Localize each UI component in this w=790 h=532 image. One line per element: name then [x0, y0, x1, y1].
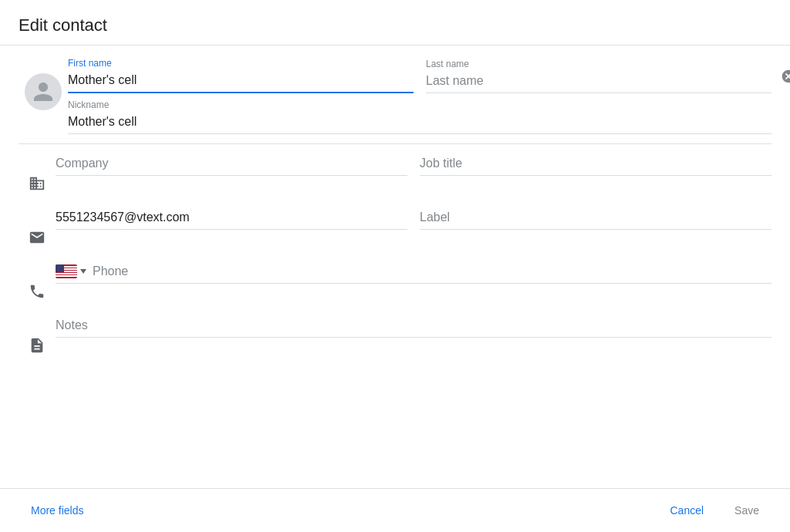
phone-input[interactable]	[93, 261, 771, 281]
email-icon-container	[19, 207, 56, 246]
company-icon-container	[19, 153, 56, 192]
phone-row	[19, 261, 771, 300]
job-title-underline	[420, 153, 771, 176]
first-name-underline	[68, 70, 414, 93]
phone-icon-container	[19, 261, 56, 300]
notes-icon-container	[19, 315, 56, 354]
avatar	[25, 73, 62, 110]
spacer-2	[19, 252, 771, 261]
cancel-button[interactable]: Cancel	[657, 498, 716, 523]
last-name-group: Last name	[426, 59, 771, 93]
email-row	[19, 207, 771, 246]
last-name-input[interactable]	[426, 71, 771, 91]
nickname-underline	[68, 112, 771, 134]
email-label-underline	[420, 207, 771, 230]
person-icon	[32, 80, 55, 103]
company-icon	[29, 175, 46, 192]
save-button[interactable]: Save	[722, 498, 771, 523]
name-fields: First name Last name	[68, 58, 771, 140]
phone-row-inner	[56, 261, 771, 281]
us-flag	[56, 264, 77, 278]
email-label-group	[420, 207, 771, 230]
footer-right: Cancel Save	[657, 498, 771, 523]
spacer-1	[19, 198, 771, 207]
last-name-label: Last name	[426, 59, 771, 69]
job-title-input[interactable]	[420, 153, 771, 173]
email-label-input[interactable]	[420, 207, 771, 227]
clear-button[interactable]	[781, 69, 790, 84]
phone-field-container	[56, 261, 771, 284]
notes-row	[19, 315, 771, 354]
notes-input[interactable]	[56, 315, 771, 335]
email-fields	[56, 207, 771, 230]
edit-contact-dialog: Edit contact First name	[0, 0, 790, 532]
name-top-row: First name Last name	[68, 58, 771, 93]
email-underline	[56, 207, 407, 230]
dialog-header: Edit contact	[0, 0, 790, 45]
notes-underline	[56, 315, 771, 338]
nickname-input[interactable]	[68, 112, 771, 132]
country-selector[interactable]	[56, 264, 86, 278]
job-title-group	[420, 153, 771, 176]
dialog-body: First name Last name	[0, 45, 790, 488]
company-row	[19, 153, 771, 192]
company-underline	[56, 153, 407, 176]
chevron-down-icon	[80, 269, 86, 274]
spacer-3	[19, 306, 771, 315]
phone-icon	[29, 283, 46, 300]
name-section: First name Last name	[19, 58, 771, 140]
email-group	[56, 207, 407, 230]
dialog-title: Edit contact	[19, 15, 771, 35]
more-fields-button[interactable]: More fields	[19, 498, 96, 523]
divider-1	[19, 143, 771, 144]
nickname-section: Nickname	[68, 99, 771, 140]
first-name-label: First name	[68, 58, 414, 69]
phone-underline	[56, 261, 771, 284]
company-fields	[56, 153, 771, 176]
clear-icon	[781, 69, 790, 84]
avatar-container	[19, 58, 68, 110]
last-name-underline	[426, 71, 771, 93]
first-name-group: First name	[68, 58, 414, 93]
email-input[interactable]	[56, 207, 407, 227]
notes-icon	[29, 337, 46, 354]
footer-left: More fields	[19, 498, 96, 523]
company-group	[56, 153, 407, 176]
notes-field-container	[56, 315, 771, 338]
company-input[interactable]	[56, 153, 407, 173]
first-name-input[interactable]	[68, 70, 414, 90]
dialog-footer: More fields Cancel Save	[0, 488, 790, 532]
nickname-label: Nickname	[68, 99, 771, 110]
email-icon	[29, 229, 46, 246]
